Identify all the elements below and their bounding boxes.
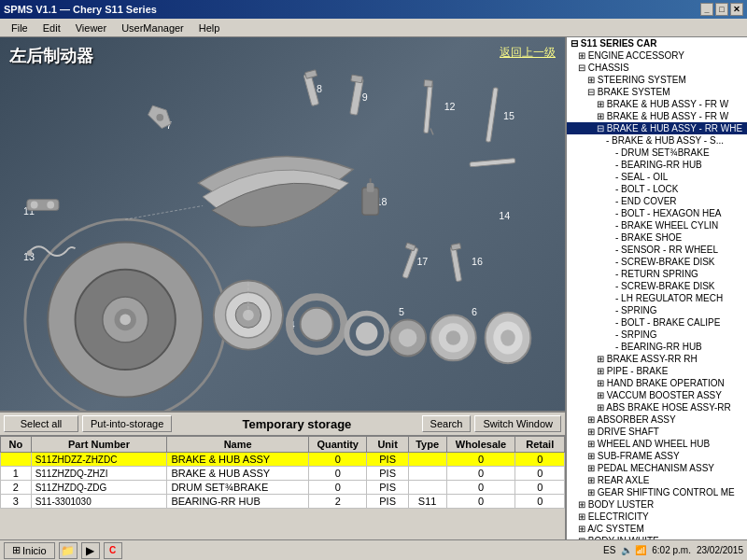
cell-wholesale: 0 [446, 481, 515, 495]
tree-item[interactable]: - DRUM SET¾BRAKE [567, 147, 747, 159]
tree-item[interactable]: - SRPING [567, 329, 747, 341]
svg-text:6: 6 [472, 306, 477, 317]
close-button[interactable]: ✕ [730, 3, 743, 16]
svg-point-56 [156, 114, 163, 121]
select-all-button[interactable]: Select all [4, 415, 78, 432]
svg-point-60 [27, 250, 33, 256]
taskbar-folder-icon[interactable]: 📁 [59, 542, 78, 559]
svg-text:16: 16 [472, 256, 483, 267]
table-row[interactable]: 1 S11ZHZDQ-ZHZI BRAKE & HUB ASSY 0 PIS 0… [1, 467, 565, 481]
tree-item[interactable]: ⊞ BRAKE & HUB ASSY - FR W [567, 98, 747, 110]
cell-quantity: 0 [308, 467, 367, 481]
menu-viewer[interactable]: Viewer [68, 21, 114, 35]
tree-item[interactable]: - LH REGULATOR MECH [567, 292, 747, 304]
tree-item[interactable]: - SPRING [567, 304, 747, 316]
minimize-button[interactable]: _ [700, 3, 713, 16]
cell-no: 1 [1, 467, 32, 481]
svg-line-46 [430, 129, 433, 135]
cell-name: DRUM SET¾BRAKE [167, 481, 309, 495]
cell-unit: PIS [367, 467, 408, 481]
svg-point-29 [301, 308, 333, 341]
tree-item[interactable]: ⊞ HAND BRAKE OPERATION [567, 377, 747, 389]
tree-item[interactable]: ⊞ REAR AXLE [567, 474, 747, 486]
tree-item[interactable]: - BEARING-RR HUB [567, 341, 747, 353]
svg-rect-50 [405, 243, 416, 251]
table-row[interactable]: 3 S11-3301030 BEARING-RR HUB 2 PIS S11 0… [1, 495, 565, 509]
tree-item[interactable]: - SENSOR - RR WHEEL [567, 244, 747, 256]
tree-item[interactable]: ⊞ BRAKE ASSY-RR RH [567, 353, 747, 365]
tree-item[interactable]: - END COVER [567, 195, 747, 207]
cell-part-number: S11ZHZDQ-ZDG [31, 481, 167, 495]
start-button[interactable]: ⊞ Inicio [4, 542, 55, 559]
tree-item[interactable]: ⊞ ABS BRAKE HOSE ASSY-RR [567, 401, 747, 413]
main-container: 左后制动器 返回上一级 8 9 12 15 7 11 13 1● 2● 3 4 … [0, 37, 747, 560]
table-row[interactable]: S11ZHDZZ-ZHZDC BRAKE & HUB ASSY 0 PIS 0 … [1, 453, 565, 467]
cell-type [408, 467, 446, 481]
parts-diagram: 8 9 12 15 7 11 13 1● 2● 3 4 5 6 10 18 17… [0, 37, 565, 411]
tree-item[interactable]: - BOLT - BRAKE CALIPE [567, 316, 747, 329]
tree-item[interactable]: - RETURN SPRING [567, 268, 747, 280]
cell-wholesale: 0 [446, 453, 515, 467]
tree-item[interactable]: ⊟ CHASSIS [567, 62, 747, 74]
tree-item[interactable]: - BOLT - HEXAGON HEA [567, 207, 747, 219]
tree-item[interactable]: ⊞ STEERING SYSTEM [567, 74, 747, 86]
parts-table: No Part Number Name Quantity Unit Type W… [0, 436, 565, 509]
tree-item[interactable]: ⊞ ENGINE ACCESSORY [567, 49, 747, 62]
svg-rect-51 [450, 246, 461, 282]
taskbar-chery-icon[interactable]: C [104, 542, 122, 559]
tree-item[interactable]: ⊞ DRIVE SHAFT [567, 426, 747, 438]
svg-rect-44 [424, 83, 433, 133]
left-panel: 左后制动器 返回上一级 8 9 12 15 7 11 13 1● 2● 3 4 … [0, 37, 565, 560]
cell-name: BRAKE & HUB ASSY [167, 453, 309, 467]
cell-unit: PIS [367, 481, 408, 495]
search-button[interactable]: Search [422, 415, 472, 432]
tree-item[interactable]: ⊟ BRAKE SYSTEM [567, 86, 747, 98]
tree-item[interactable]: - SCREW-BRAKE DISK [567, 280, 747, 292]
toolbar-row: Select all Put-into-storage Temporary st… [0, 413, 565, 436]
menu-edit[interactable]: Edit [35, 21, 68, 35]
put-into-storage-button[interactable]: Put-into-storage [82, 415, 172, 432]
tree-item[interactable]: - SEAL - OIL [567, 171, 747, 183]
tree-item[interactable]: ⊞ ABSORBER ASSY [567, 413, 747, 426]
tree-item[interactable]: ⊟ BRAKE & HUB ASSY - RR WHE [567, 122, 747, 134]
taskbar-app-icon[interactable]: ▶ [81, 542, 100, 559]
cell-wholesale: 0 [446, 495, 515, 509]
tree-item[interactable]: ⊞ BRAKE & HUB ASSY - FR W [567, 110, 747, 122]
tree-item[interactable]: ⊞ BODY LUSTER [567, 498, 747, 511]
app-title: SPMS V1.1 — Chery S11 Series [4, 4, 157, 15]
tree-item[interactable]: ⊞ ELECTRICITY [567, 511, 747, 523]
tree-item[interactable]: ⊞ WHEEL AND WHEEL HUB [567, 438, 747, 450]
tree-item[interactable]: - BOLT - LOCK [567, 183, 747, 195]
windows-icon: ⊞ [12, 544, 21, 556]
svg-rect-41 [305, 70, 317, 79]
svg-text:15: 15 [503, 110, 514, 121]
menu-usermanager[interactable]: UserManager [114, 21, 191, 35]
cell-no: 2 [1, 481, 32, 495]
cell-quantity: 0 [308, 481, 367, 495]
col-header-quantity: Quantity [308, 437, 367, 453]
bottom-panel: Select all Put-into-storage Temporary st… [0, 411, 565, 560]
tree-item[interactable]: ⊞ SUB-FRAME ASSY [567, 450, 747, 462]
tree-item[interactable]: - BRAKE WHEEL CYLIN [567, 219, 747, 231]
tree-item[interactable]: ⊞ PIPE - BRAKE [567, 365, 747, 377]
tree-item[interactable]: - BRAKE & HUB ASSY - S... [567, 134, 747, 147]
system-icons: 🔈 📶 [621, 545, 646, 555]
switch-window-button[interactable]: Switch Window [474, 415, 561, 432]
menu-help[interactable]: Help [191, 21, 228, 35]
tree-item[interactable]: ⊞ PEDAL MECHANISM ASSY [567, 462, 747, 474]
maximize-button[interactable]: □ [715, 3, 728, 16]
tree-item[interactable]: ⊞ A/C SYSTEM [567, 523, 747, 535]
language-indicator: ES [603, 545, 615, 555]
cell-type: S11 [408, 495, 446, 509]
tree-item[interactable]: - SCREW-BRAKE DISK [567, 256, 747, 268]
tree-item[interactable]: - BRAKE SHOE [567, 231, 747, 244]
menu-file[interactable]: File [4, 21, 35, 35]
tree-item[interactable]: ⊞ VACCUM BOOSTER ASSY [567, 389, 747, 401]
table-row[interactable]: 2 S11ZHZDQ-ZDG DRUM SET¾BRAKE 0 PIS 0 0 [1, 481, 565, 495]
tree-item[interactable]: - BEARING-RR HUB [567, 159, 747, 171]
tree-item[interactable]: ⊞ GEAR SHIFTING CONTROL ME [567, 486, 747, 498]
tree-item[interactable]: ⊟ S11 SERIES CAR [567, 37, 747, 49]
svg-rect-52 [451, 244, 461, 250]
svg-point-58 [31, 202, 38, 209]
svg-rect-48 [470, 159, 515, 167]
